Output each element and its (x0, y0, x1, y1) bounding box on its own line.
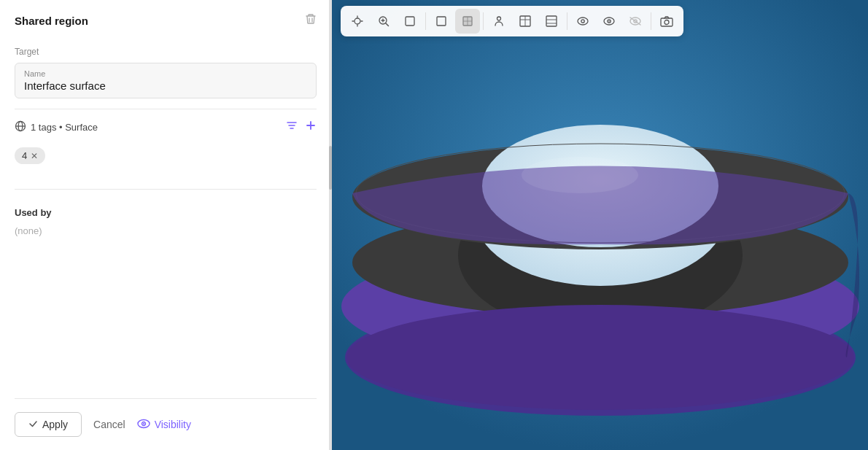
svg-rect-17 (546, 16, 557, 26)
eye-visibility-icon (137, 419, 150, 431)
used-by-section: Used by (none) (0, 190, 331, 242)
svg-point-40 (346, 305, 854, 410)
checkmark-icon (28, 419, 38, 430)
scroll-indicator[interactable] (329, 0, 332, 450)
svg-point-41 (522, 157, 638, 193)
svg-rect-28 (661, 18, 673, 26)
toolbar-sep-3 (567, 12, 567, 30)
svg-rect-9 (437, 17, 446, 26)
left-panel: Shared region Target Name Interface surf… (0, 0, 332, 450)
action-row: Apply Cancel Visibility (0, 399, 331, 450)
name-field-container: Name Interface surface (15, 63, 317, 98)
plus-icon[interactable] (305, 120, 317, 134)
view-button[interactable] (398, 9, 422, 34)
camera-button[interactable] (654, 9, 679, 34)
viewport (332, 0, 868, 450)
3d-viewport-svg (332, 0, 868, 450)
eye-button[interactable] (570, 9, 595, 34)
svg-point-6 (354, 18, 360, 24)
delete-icon[interactable] (305, 13, 317, 28)
apply-label: Apply (42, 419, 68, 430)
toolbar-sep-2 (483, 12, 484, 30)
tag-number: 4 (22, 150, 27, 161)
rectangle-button[interactable] (429, 9, 454, 34)
cancel-label: Cancel (93, 419, 125, 430)
person-button[interactable] (487, 9, 511, 34)
used-by-title: Used by (15, 207, 317, 218)
visibility-label: Visibility (155, 419, 191, 430)
tag-remove-icon[interactable]: ✕ (31, 151, 38, 161)
svg-point-5 (143, 423, 144, 424)
svg-point-13 (497, 17, 501, 20)
used-by-none: (none) (15, 225, 317, 236)
eye-alt-button[interactable] (597, 9, 621, 34)
zoom-button[interactable] (371, 9, 396, 34)
fit-view-button[interactable] (345, 9, 370, 34)
target-section: Target Name Interface surface (0, 36, 331, 109)
name-field-label: Name (24, 69, 307, 78)
eye-off-button[interactable] (623, 9, 648, 34)
tags-row: 1 tags • Surface (0, 109, 331, 144)
svg-rect-8 (406, 17, 414, 26)
apply-button[interactable]: Apply (15, 412, 82, 437)
panel-header: Shared region (0, 0, 331, 36)
svg-point-20 (578, 18, 588, 25)
scroll-thumb (329, 146, 332, 190)
tags-left: 1 tags • Surface (15, 120, 98, 134)
panel-title: Shared region (15, 15, 88, 27)
cancel-button[interactable]: Cancel (93, 419, 125, 430)
tag-badge[interactable]: 4 ✕ (15, 147, 45, 164)
tags-right (286, 120, 317, 134)
grid-button[interactable] (539, 9, 564, 34)
toolbar-sep-4 (651, 12, 651, 30)
grid-dots-button[interactable] (455, 9, 480, 34)
globe-icon (15, 120, 26, 134)
svg-point-21 (581, 20, 584, 23)
table-button[interactable] (513, 9, 538, 34)
name-field-value: Interface surface (24, 79, 307, 92)
target-label: Target (15, 47, 317, 57)
visibility-button[interactable]: Visibility (137, 419, 191, 431)
svg-point-29 (664, 20, 669, 24)
svg-point-24 (608, 20, 610, 22)
filter-icon[interactable] (286, 120, 298, 134)
tags-count: 1 tags • Surface (31, 122, 98, 133)
toolbar-sep-1 (425, 12, 426, 30)
toolbar (341, 6, 683, 36)
